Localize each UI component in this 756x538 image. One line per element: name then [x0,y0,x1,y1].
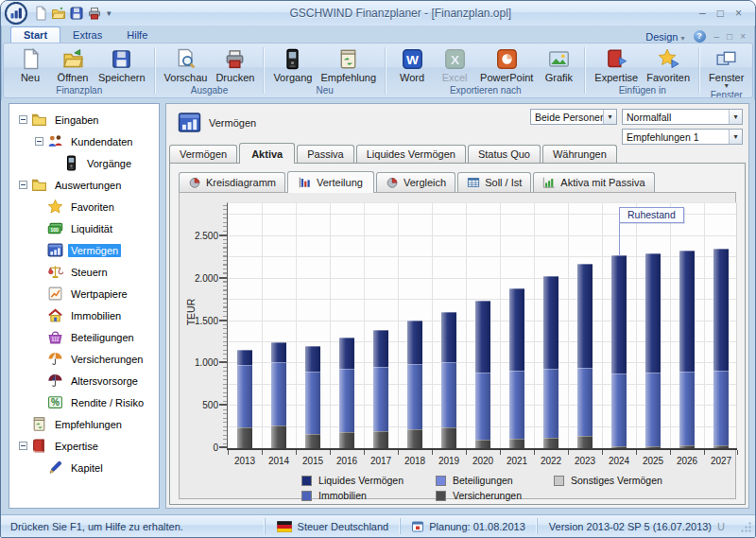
empfehlung-button[interactable]: Empfehlung [317,46,380,84]
tab-passiva[interactable]: Passiva [297,145,354,163]
bar-segment-liquides-vermögen [475,301,490,373]
sidebar-item-versicherungen[interactable]: Versicherungen [9,348,159,370]
ribbon-tab-extras[interactable]: Extras [60,27,114,43]
sidebar-item-favoriten[interactable]: Favoriten [9,196,159,217]
umbrella-orange-icon [47,351,63,367]
tab-liquides-vermögen[interactable]: Liquides Vermögen [356,145,466,163]
bar-segment-liquides-vermögen [441,312,456,363]
sidebar-item-altersvorsorge[interactable]: Altersvorsorge [9,370,159,391]
bar-segment-immobilien [543,369,558,438]
drucken-button[interactable]: Drucken [212,46,258,84]
restore-button[interactable]: □ [717,8,724,19]
sidebar-item-eingaben[interactable]: Eingaben [9,109,159,130]
sidebar-item-immobilien[interactable]: Immobilien [9,304,159,326]
ribbon-group-2: VorgangEmpfehlungNeu [264,43,386,97]
status-tax: Steuer Deutschland [265,518,401,533]
open-folder-icon[interactable] [51,6,66,21]
app-window: ▾ GSCHWIND Finanzplaner - [Finanzplan.op… [0,0,756,538]
fenster-button[interactable]: Fenster▾ [705,46,747,89]
speichern-button[interactable]: Speichern [94,46,149,84]
ribbon-tab-hilfe[interactable]: Hilfe [114,27,160,43]
sidebar-item-expertise[interactable]: Expertise [9,435,159,457]
ribbon-group-label: Neu [265,84,385,97]
x-tick-label: 2025 [636,456,670,466]
star-arrow-icon [658,48,679,70]
bar-segment-liquides-vermögen [373,330,388,368]
selector-value: Normalfall [623,112,729,123]
x-tick-label: 2024 [602,456,636,466]
legend-label: Versicherungen [453,490,522,501]
scales-icon [47,264,63,280]
design-menu[interactable]: Design ▾ [645,31,684,43]
status-bar: Drücken Sie F1, um Hilfe zu erhalten. St… [1,514,755,537]
sidebar-item-label: Kundendaten [68,135,135,148]
device-icon [282,48,303,70]
view-tab-soll-ist[interactable]: Soll / Ist [457,172,531,192]
sidebar-item-auswertungen[interactable]: Auswertungen [9,174,159,196]
status-version: Version 2013-02 SP 5 (16.07.2013) U [537,518,738,533]
tab-vermögen[interactable]: Vermögen [169,145,237,163]
grafik-button[interactable]: Grafik [538,46,579,84]
ribbon-group-label: Fenster [700,89,752,98]
view-tab-verteilung[interactable]: Verteilung [287,171,374,193]
tab-aktiva[interactable]: Aktiva [239,143,295,164]
bar-slot-2013 [228,350,262,448]
app-logo-icon[interactable] [5,2,27,25]
mdi-minimize-button[interactable]: – [714,31,720,42]
x-tick-label: 2018 [398,456,432,466]
vorschau-button[interactable]: Vorschau [161,46,212,84]
sidebar-item-wertpapiere[interactable]: Wertpapiere [9,283,159,304]
securities-icon [47,286,63,302]
öffnen-button[interactable]: Öffnen [52,46,94,84]
tab-status-quo[interactable]: Status Quo [468,145,541,163]
help-icon[interactable]: ? [694,30,706,43]
sidebar-item-kundendaten[interactable]: Kundendaten [9,130,159,152]
sidebar-item-rendite-risiko[interactable]: %Rendite / Risiko [9,391,159,413]
sidebar-item-kapitel[interactable]: Kapitel [9,457,159,478]
view-tab-aktiva-mit-passiva[interactable]: Aktiva mit Passiva [533,172,654,192]
selector-dropdown-1[interactable]: Beide Personen▾ [530,109,617,125]
sidebar-item-vorgänge[interactable]: Vorgänge [9,152,159,174]
y-tick-label: 1.500 [195,316,218,326]
mdi-restore-button[interactable]: □ [727,31,732,42]
bar-segment-liquides-vermögen [679,251,695,373]
dropdown-arrow-icon[interactable]: ▾ [729,110,742,124]
sidebar-item-liquidität[interactable]: 100Liquidität [9,217,159,239]
bar-segment-immobilien [679,372,695,445]
expertise-button[interactable]: Expertise [591,46,642,84]
ribbon-tab-start[interactable]: Start [10,26,60,43]
annotation-line [619,222,620,256]
neu-button[interactable]: Neu [9,46,51,84]
print-icon[interactable] [87,6,102,21]
folder-open-icon [62,48,84,70]
stacked-bar-2026 [679,251,695,449]
sidebar-item-vermögen[interactable]: Vermögen [9,239,159,261]
favoriten-button[interactable]: Favoriten [643,46,694,84]
tree-expander-icon[interactable] [19,442,27,450]
mdi-close-button[interactable]: × [740,31,746,42]
powerpoint-button[interactable]: PowerPoint [476,46,537,84]
vorgang-button[interactable]: Vorgang [269,46,316,84]
tree-expander-icon[interactable] [19,115,27,124]
mdi-window-controls: – □ × [714,31,746,42]
chart-panel: TEUR 05001.0001.5002.0002.50020132014201… [179,192,736,499]
word-button[interactable]: WWord [391,46,433,84]
dropdown-arrow-icon[interactable]: ▾ [603,110,616,124]
save-icon[interactable] [69,6,84,21]
tab-währungen[interactable]: Währungen [542,145,617,163]
sidebar-item-beteiligungen[interactable]: Beteiligungen [9,326,159,348]
minimize-button[interactable]: – [699,8,706,19]
bar-slot-2021 [500,288,534,448]
bar-segment-versicherungen [305,434,320,448]
resize-grip[interactable] [740,521,752,533]
new-document-icon[interactable] [33,6,48,21]
tree-expander-icon[interactable] [35,137,43,146]
close-button[interactable]: × [735,8,742,19]
tree-expander-icon[interactable] [19,181,27,189]
view-tab-kreisdiagramm[interactable]: Kreisdiagramm [179,172,285,192]
book-icon [31,438,47,454]
view-tab-vergleich[interactable]: Vergleich [376,172,455,192]
sidebar-item-empfehlungen[interactable]: Empfehlungen [9,413,159,435]
selector-dropdown-2[interactable]: Normalfall▾ [622,109,743,125]
sidebar-item-steuern[interactable]: Steuern [9,261,159,283]
